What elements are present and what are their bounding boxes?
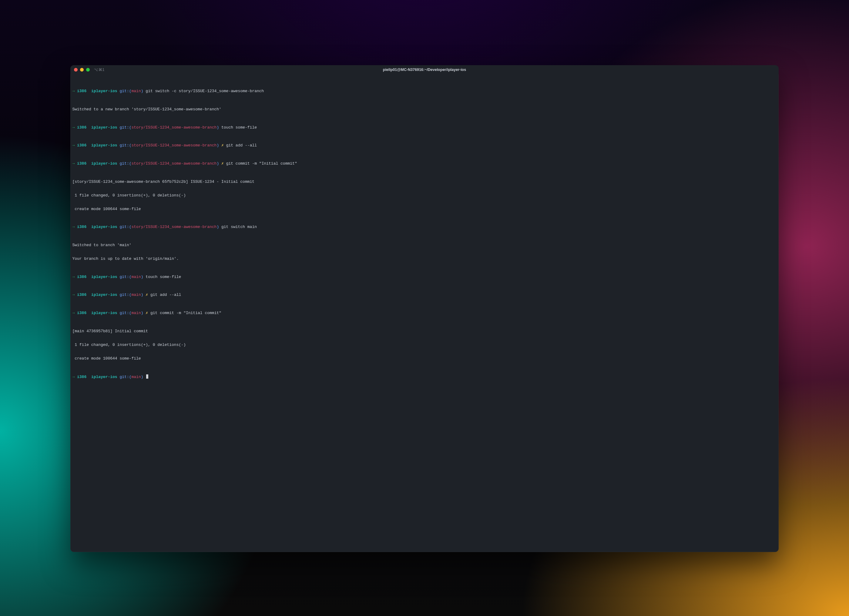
window-title: piellp01@MC-N376916:~/Developer/iplayer-… [70,68,778,72]
prompt-arch: i386 [77,275,86,279]
prompt-paren: ) [216,143,219,147]
command-text: touch some-file [221,125,257,130]
cursor-icon [146,374,148,379]
terminal-output: 1 file changed, 0 insertions(+), 0 delet… [72,343,776,347]
terminal-output: 1 file changed, 0 insertions(+), 0 delet… [72,193,776,198]
prompt-paren: ( [129,143,132,147]
prompt-paren: ) [141,89,143,93]
prompt-dir: iplayer-ios [91,275,117,279]
prompt-branch: main [132,275,141,279]
command-text: git switch -c story/ISSUE-1234_some-awes… [146,89,264,93]
terminal-line: → i386 iplayer-ios git:(main) ✗ git comm… [72,311,776,315]
terminal-line: → i386 iplayer-ios git:(main) git switch… [72,89,776,94]
prompt-dir: iplayer-ios [91,143,117,147]
prompt-arch: i386 [77,143,86,147]
terminal-line: → i386 iplayer-ios git:(story/ISSUE-1234… [72,225,776,229]
prompt-arch: i386 [77,293,86,297]
zoom-icon[interactable] [86,68,90,71]
prompt-git-label: git: [119,125,129,130]
terminal-line: → i386 iplayer-ios git:(main) touch some… [72,275,776,280]
prompt-paren: ) [141,375,143,379]
prompt-paren: ) [141,311,143,315]
command-text: git add --all [226,143,257,147]
prompt-git-label: git: [119,225,129,229]
prompt-arch: i386 [77,225,86,229]
prompt-paren: ( [129,125,132,130]
dirty-x-icon: ✗ [146,311,148,315]
terminal-output: [story/ISSUE-1234_some-awesome-branch 65… [72,180,776,185]
prompt-branch: main [132,375,141,379]
prompt-paren: ( [129,89,132,93]
terminal-prompt-current[interactable]: → i386 iplayer-ios git:(main) [72,374,776,379]
prompt-paren: ( [129,225,132,229]
prompt-arrow-icon: → [72,225,74,229]
prompt-dir: iplayer-ios [91,293,117,297]
command-text: touch some-file [146,275,181,279]
prompt-dir: iplayer-ios [91,311,117,315]
terminal-viewport[interactable]: → i386 iplayer-ios git:(main) git switch… [70,74,778,552]
prompt-arrow-icon: → [72,143,74,147]
prompt-git-label: git: [119,375,129,379]
prompt-paren: ( [129,375,132,379]
terminal-output: Switched to branch 'main' [72,243,776,248]
dirty-x-icon: ✗ [221,143,224,147]
prompt-branch: main [132,89,141,93]
prompt-arrow-icon: → [72,311,74,315]
prompt-dir: iplayer-ios [91,89,117,93]
prompt-dir: iplayer-ios [91,161,117,166]
prompt-git-label: git: [119,89,129,93]
traffic-lights [74,68,90,71]
command-text: git add --all [150,293,181,297]
terminal-line: → i386 iplayer-ios git:(story/ISSUE-1234… [72,162,776,166]
command-text: git switch main [221,225,257,229]
terminal-output: create mode 100644 some-file [72,357,776,361]
prompt-branch: main [132,293,141,297]
close-icon[interactable] [74,68,77,71]
command-text: git commit -m "Initial commit" [150,311,221,315]
terminal-output: Switched to a new branch 'story/ISSUE-12… [72,107,776,112]
prompt-branch: main [132,311,141,315]
prompt-arrow-icon: → [72,375,74,379]
prompt-arrow-icon: → [72,125,74,130]
prompt-paren: ) [216,161,219,166]
prompt-arch: i386 [77,125,86,130]
prompt-paren: ( [129,311,132,315]
prompt-git-label: git: [119,311,129,315]
prompt-dir: iplayer-ios [91,225,117,229]
terminal-output: create mode 100644 some-file [72,207,776,211]
prompt-paren: ( [129,161,132,166]
prompt-dir: iplayer-ios [91,125,117,130]
prompt-paren: ( [129,275,132,279]
prompt-dir: iplayer-ios [91,375,117,379]
prompt-arch: i386 [77,161,86,166]
prompt-arch: i386 [77,89,86,93]
prompt-arch: i386 [77,375,86,379]
terminal-line: → i386 iplayer-ios git:(story/ISSUE-1234… [72,125,776,130]
tab-shortcut-label: ⌥⌘1 [94,68,104,72]
terminal-line: → i386 iplayer-ios git:(main) ✗ git add … [72,293,776,298]
prompt-branch: story/ISSUE-1234_some-awesome-branch [132,125,217,130]
minimize-icon[interactable] [80,68,84,71]
dirty-x-icon: ✗ [146,293,148,297]
terminal-window: ⌥⌘1 piellp01@MC-N376916:~/Developer/ipla… [70,65,778,552]
prompt-git-label: git: [119,293,129,297]
prompt-paren: ) [141,293,143,297]
prompt-git-label: git: [119,275,129,279]
prompt-branch: story/ISSUE-1234_some-awesome-branch [132,143,217,147]
prompt-git-label: git: [119,161,129,166]
prompt-branch: story/ISSUE-1234_some-awesome-branch [132,225,217,229]
prompt-branch: story/ISSUE-1234_some-awesome-branch [132,161,217,166]
terminal-output: Your branch is up to date with 'origin/m… [72,257,776,261]
dirty-x-icon: ✗ [221,161,224,166]
command-text: git commit -m "Initial commit" [226,161,297,166]
prompt-git-label: git: [119,143,129,147]
prompt-paren: ) [216,225,219,229]
terminal-line: → i386 iplayer-ios git:(story/ISSUE-1234… [72,143,776,148]
titlebar[interactable]: ⌥⌘1 piellp01@MC-N376916:~/Developer/ipla… [70,65,778,74]
prompt-paren: ) [141,275,143,279]
prompt-arrow-icon: → [72,161,74,166]
prompt-arrow-icon: → [72,293,74,297]
prompt-arch: i386 [77,311,86,315]
prompt-paren: ( [129,293,132,297]
prompt-arrow-icon: → [72,275,74,279]
